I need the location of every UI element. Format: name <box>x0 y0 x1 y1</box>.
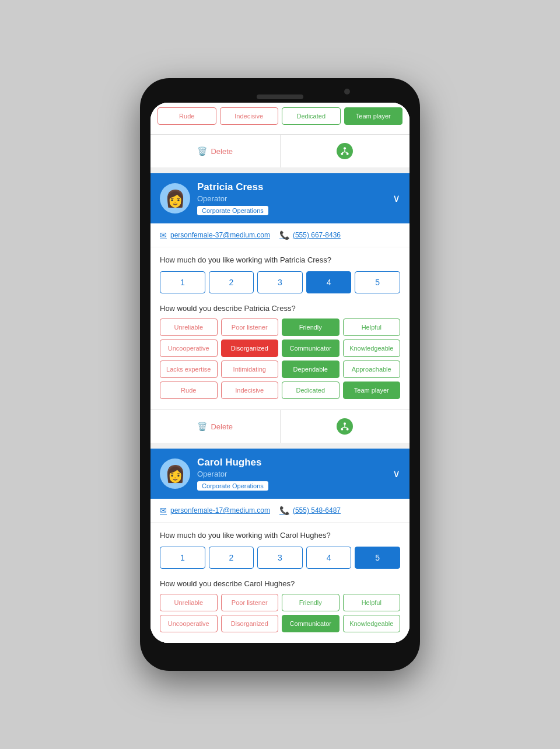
patricia-tag-rude[interactable]: Rude <box>160 382 218 399</box>
carol-rating-5[interactable]: 5 <box>355 547 400 569</box>
patricia-role: Operator <box>197 194 400 203</box>
carol-email-text: personfemale-17@medium.com <box>170 506 270 514</box>
delete-label-patricia: Delete <box>211 422 233 431</box>
carol-phone[interactable]: 📞 (555) 548-6487 <box>279 506 341 515</box>
carol-tag-unreliable[interactable]: Unreliable <box>160 594 218 611</box>
patricia-phone-text: (555) 667-8436 <box>293 231 341 239</box>
email-icon-carol: ✉ <box>160 506 167 515</box>
carol-avatar: 👩 <box>160 459 190 489</box>
tag-teamplayer-top[interactable]: Team player <box>344 107 403 125</box>
delete-button-top[interactable]: 🗑️ Delete <box>150 135 280 167</box>
carol-tag-knowledgeable[interactable]: Knowledgeable <box>343 615 401 632</box>
patricia-rating-5[interactable]: 5 <box>355 271 400 293</box>
patricia-tag-intimidating[interactable]: Intimidating <box>221 360 279 378</box>
svg-point-8 <box>346 428 349 430</box>
divider-2 <box>150 443 410 449</box>
carol-dept: Corporate Operations <box>197 481 268 491</box>
patricia-avatar: 👩 <box>160 183 190 214</box>
carol-rating-1[interactable]: 1 <box>160 547 205 569</box>
patricia-describe-section: How would you describe Patricia Cress? U… <box>150 304 410 410</box>
patricia-contact-row: ✉ personfemale-37@medium.com 📞 (555) 667… <box>150 223 410 247</box>
patricia-tags-row2: Uncooperative Disorganized Communicator … <box>160 340 400 357</box>
carol-like-question: How much do you like working with Carol … <box>160 531 400 540</box>
patricia-tag-lacksexpertise[interactable]: Lacks expertise <box>160 360 218 378</box>
patricia-tag-dependable[interactable]: Dependable <box>282 360 340 378</box>
patricia-rating-row: 1 2 3 4 5 <box>160 271 400 293</box>
patricia-rating-1[interactable]: 1 <box>160 271 205 293</box>
patricia-tag-unreliable[interactable]: Unreliable <box>160 318 218 336</box>
carol-tag-friendly[interactable]: Friendly <box>282 594 340 611</box>
patricia-tags-row1: Unreliable Poor listener Friendly Helpfu… <box>160 318 400 336</box>
svg-point-0 <box>344 147 346 149</box>
patricia-like-section: How much do you like working with Patric… <box>150 247 410 304</box>
patricia-tag-indecisive[interactable]: Indecisive <box>221 382 279 399</box>
carol-email[interactable]: ✉ personfemale-17@medium.com <box>160 506 270 515</box>
svg-point-2 <box>346 153 349 155</box>
patricia-like-question: How much do you like working with Patric… <box>160 256 400 264</box>
phone-icon-carol: 📞 <box>279 506 289 515</box>
email-icon-patricia: ✉ <box>160 230 167 240</box>
top-partial-tags: Rude Indecisive Dedicated Team player <box>158 107 402 125</box>
carol-tag-disorganized[interactable]: Disorganized <box>221 615 279 632</box>
carol-like-section: How much do you like working with Carol … <box>150 523 410 579</box>
carol-tags-row1: Unreliable Poor listener Friendly Helpfu… <box>160 594 400 611</box>
tag-rude-top[interactable]: Rude <box>158 107 216 125</box>
patricia-tag-disorganized[interactable]: Disorganized <box>221 340 279 357</box>
patricia-dept: Corporate Operations <box>197 206 268 215</box>
svg-point-6 <box>344 422 346 425</box>
delete-button-patricia[interactable]: 🗑️ Delete <box>150 410 280 443</box>
carol-info: Carol Hughes Operator Corporate Operatio… <box>197 457 400 491</box>
patricia-header: 👩 Patricia Cress Operator Corporate Oper… <box>150 173 410 223</box>
carol-rating-4[interactable]: 4 <box>306 547 352 569</box>
patricia-phone[interactable]: 📞 (555) 667-8436 <box>279 230 341 240</box>
carol-rating-row: 1 2 3 4 5 <box>160 547 400 569</box>
patricia-tag-knowledgeable[interactable]: Knowledgeable <box>343 340 401 357</box>
phone-screen: Rude Indecisive Dedicated Team player 🗑️… <box>150 103 410 643</box>
patricia-rating-3[interactable]: 3 <box>257 271 303 293</box>
trash-icon-top: 🗑️ <box>197 146 207 156</box>
patricia-rating-2[interactable]: 2 <box>209 271 254 293</box>
delete-label-top: Delete <box>211 147 233 156</box>
patricia-tag-approachable[interactable]: Approachable <box>343 360 401 378</box>
patricia-tag-helpful[interactable]: Helpful <box>343 318 401 336</box>
carol-rating-3[interactable]: 3 <box>257 547 303 569</box>
carol-tag-uncooperative[interactable]: Uncooperative <box>160 615 218 632</box>
patricia-tag-friendly[interactable]: Friendly <box>282 318 340 336</box>
trash-icon-patricia: 🗑️ <box>197 422 207 431</box>
carol-chevron[interactable]: ∨ <box>393 467 400 480</box>
carol-tag-poorlistener[interactable]: Poor listener <box>221 594 279 611</box>
carol-describe-section: How would you describe Carol Hughes? Unr… <box>150 579 410 643</box>
svg-line-11 <box>345 427 348 428</box>
patricia-email[interactable]: ✉ personfemale-37@medium.com <box>160 230 270 240</box>
phone-icon-patricia: 📞 <box>279 230 289 240</box>
patricia-tag-poorlistener[interactable]: Poor listener <box>221 318 279 336</box>
tag-indecisive-top[interactable]: Indecisive <box>220 107 279 125</box>
phone-speaker <box>257 94 303 99</box>
carol-tags-row2: Uncooperative Disorganized Communicator … <box>160 615 400 632</box>
divider-1 <box>150 167 410 173</box>
patricia-email-text: personfemale-37@medium.com <box>170 231 270 239</box>
patricia-tag-uncooperative[interactable]: Uncooperative <box>160 340 218 357</box>
patricia-tags-row3: Lacks expertise Intimidating Dependable … <box>160 360 400 378</box>
patricia-tag-communicator[interactable]: Communicator <box>282 340 340 357</box>
carol-name: Carol Hughes <box>197 457 400 468</box>
patricia-chevron[interactable]: ∨ <box>393 192 400 205</box>
carol-describe-question: How would you describe Carol Hughes? <box>160 579 400 588</box>
patricia-rating-4[interactable]: 4 <box>306 271 352 293</box>
patricia-tags-row4: Rude Indecisive Dedicated Team player <box>160 382 400 399</box>
carol-tag-communicator[interactable]: Communicator <box>282 615 340 632</box>
action-row-top: 🗑️ Delete <box>150 134 410 167</box>
tag-dedicated-top[interactable]: Dedicated <box>282 107 341 125</box>
patricia-describe-question: How would you describe Patricia Cress? <box>160 304 400 313</box>
org-button-top[interactable] <box>280 135 410 167</box>
carol-phone-text: (555) 548-6487 <box>293 506 341 514</box>
carol-tag-helpful[interactable]: Helpful <box>343 594 401 611</box>
org-button-patricia[interactable] <box>280 410 410 443</box>
carol-rating-2[interactable]: 2 <box>209 547 254 569</box>
patricia-tag-teamplayer[interactable]: Team player <box>343 382 401 399</box>
svg-point-7 <box>341 428 344 430</box>
action-row-patricia: 🗑️ Delete <box>150 410 410 443</box>
patricia-name: Patricia Cress <box>197 181 400 193</box>
patricia-tag-dedicated[interactable]: Dedicated <box>282 382 340 399</box>
patricia-info: Patricia Cress Operator Corporate Operat… <box>197 181 400 215</box>
